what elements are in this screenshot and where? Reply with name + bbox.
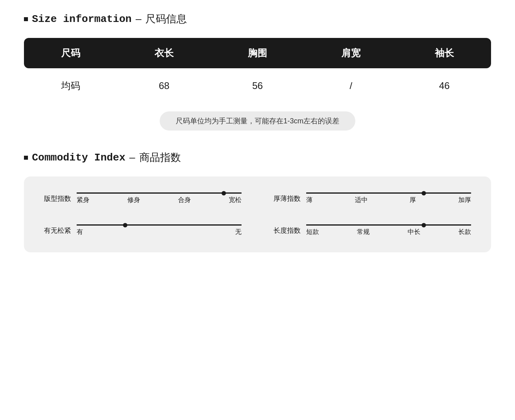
- index-label-songji: 有无松紧: [44, 226, 71, 235]
- index-item-changdu: 长度指数 短款 常规 中长 长款: [273, 224, 471, 236]
- label-zhongchang: 中长: [408, 228, 420, 236]
- col-sleeve: 袖长: [398, 38, 491, 68]
- label-jiahou: 加厚: [458, 196, 471, 204]
- dot-houbo: [422, 191, 426, 195]
- label-changgui: 常规: [357, 228, 370, 236]
- index-label-changdu: 长度指数: [273, 226, 301, 235]
- slider-banxing: 紧身 修身 合身 宽松: [77, 192, 242, 204]
- labels-banxing: 紧身 修身 合身 宽松: [77, 196, 242, 204]
- label-xiushen: 修身: [127, 196, 140, 204]
- index-label-houbo: 厚薄指数: [273, 194, 301, 203]
- slider-houbo: 薄 适中 厚 加厚: [306, 192, 471, 204]
- slider-changdu: 短款 常规 中长 长款: [306, 224, 471, 236]
- size-title-en: Size information: [32, 13, 132, 25]
- bullet-icon: [24, 17, 28, 21]
- index-row-houbo: 厚薄指数 薄 适中 厚 加厚: [273, 192, 471, 204]
- index-item-songji: 有无松紧 有 无: [44, 224, 242, 236]
- bullet-icon-2: [24, 156, 28, 160]
- index-row-songji: 有无松紧 有 无: [44, 224, 242, 236]
- label-hou: 厚: [410, 196, 416, 204]
- track-songji: [77, 224, 242, 226]
- size-note: 尺码单位均为手工测量，可能存在1-3cm左右的误差: [160, 111, 355, 131]
- label-kuansong: 宽松: [229, 196, 242, 204]
- commodity-dash: –: [129, 151, 135, 164]
- label-bao: 薄: [306, 196, 313, 204]
- labels-changdu: 短款 常规 中长 长款: [306, 228, 471, 236]
- commodity-section: Commodity Index – 商品指数 版型指数 紧身 修身 合身: [24, 151, 491, 252]
- cell-sleeve: 46: [398, 68, 491, 103]
- index-label-banxing: 版型指数: [44, 194, 71, 203]
- dot-changdu: [422, 223, 426, 227]
- index-grid: 版型指数 紧身 修身 合身 宽松: [44, 192, 471, 236]
- cell-chest: 56: [211, 68, 304, 103]
- col-chest: 胸围: [211, 38, 304, 68]
- table-row: 均码 68 56 / 46: [24, 68, 491, 103]
- table-header-row: 尺码 衣长 胸围 肩宽 袖长: [24, 38, 491, 68]
- dot-banxing: [222, 191, 226, 195]
- label-wu: 无: [235, 228, 242, 236]
- label-heshen: 合身: [178, 196, 191, 204]
- index-item-houbo: 厚薄指数 薄 适中 厚 加厚: [273, 192, 471, 204]
- cell-size: 均码: [24, 68, 117, 103]
- size-note-wrapper: 尺码单位均为手工测量，可能存在1-3cm左右的误差: [24, 111, 491, 131]
- label-jinshen: 紧身: [77, 196, 89, 204]
- index-row-banxing: 版型指数 紧身 修身 合身 宽松: [44, 192, 242, 204]
- index-row-changdu: 长度指数 短款 常规 中长 长款: [273, 224, 471, 236]
- labels-houbo: 薄 适中 厚 加厚: [306, 196, 471, 204]
- col-shoulder: 肩宽: [304, 38, 398, 68]
- size-info-header: Size information – 尺码信息: [24, 12, 491, 26]
- label-shizhong: 适中: [355, 196, 368, 204]
- commodity-title-en: Commodity Index: [32, 152, 125, 164]
- index-card: 版型指数 紧身 修身 合身 宽松: [24, 176, 491, 252]
- size-table-container: 尺码 衣长 胸围 肩宽 袖长 均码 68 56 / 46: [24, 38, 491, 103]
- commodity-title-cn: 商品指数: [139, 151, 181, 164]
- size-dash: –: [136, 13, 141, 25]
- track-banxing: [77, 192, 242, 194]
- col-length: 衣长: [117, 38, 211, 68]
- track-houbo: [306, 192, 471, 194]
- label-changkuan: 长款: [458, 228, 471, 236]
- label-you: 有: [77, 228, 83, 236]
- size-title-cn: 尺码信息: [145, 12, 187, 26]
- cell-shoulder: /: [304, 68, 398, 103]
- dot-songji: [123, 223, 127, 227]
- track-changdu: [306, 224, 471, 226]
- label-duankuan: 短款: [306, 228, 319, 236]
- labels-songji: 有 无: [77, 228, 242, 236]
- slider-songji: 有 无: [77, 224, 242, 236]
- index-item-banxing: 版型指数 紧身 修身 合身 宽松: [44, 192, 242, 204]
- col-size: 尺码: [24, 38, 117, 68]
- commodity-header: Commodity Index – 商品指数: [24, 151, 491, 164]
- size-table: 尺码 衣长 胸围 肩宽 袖长 均码 68 56 / 46: [24, 38, 491, 103]
- cell-length: 68: [117, 68, 211, 103]
